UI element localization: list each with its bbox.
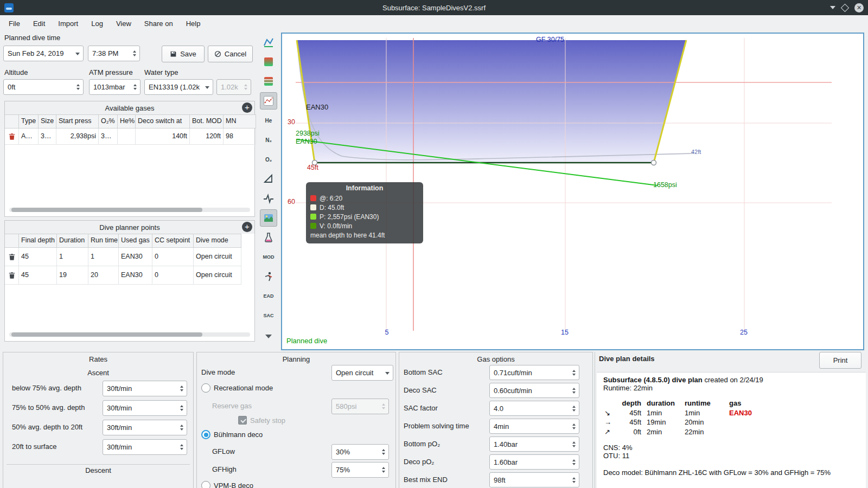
gfhigh-spinner[interactable]: 75% <box>331 462 389 478</box>
sac-icon[interactable]: SAC <box>260 307 277 324</box>
col-he[interactable]: He% <box>118 114 136 129</box>
mod-icon[interactable]: MOD <box>260 248 277 266</box>
toolbar-more-icon[interactable] <box>260 328 277 345</box>
col-bot-mod[interactable]: Bot. MOD <box>190 114 224 129</box>
spinner-arrows-icon[interactable] <box>569 386 579 395</box>
profile-handle[interactable] <box>652 160 656 165</box>
print-button[interactable]: Print <box>819 352 861 369</box>
best-mix-end-spinner[interactable]: 98ft <box>489 472 579 487</box>
dive-date-select[interactable]: Sun Feb 24, 2019 <box>3 46 84 61</box>
col-cc-setpoint[interactable]: CC setpoint <box>152 234 194 248</box>
pp-he-icon[interactable]: He <box>260 112 277 129</box>
altitude-spinner[interactable]: 0ft <box>3 79 84 95</box>
delete-point-icon[interactable] <box>8 253 16 261</box>
spinner-arrows-icon[interactable] <box>569 458 579 467</box>
points-hscrollbar[interactable] <box>9 332 250 337</box>
menu-help[interactable]: Help <box>180 17 207 30</box>
col-final-depth[interactable]: Final depth <box>19 234 57 248</box>
spinner-arrows-icon[interactable] <box>130 82 140 92</box>
add-gas-button[interactable]: + <box>242 102 252 113</box>
deco-sac-spinner[interactable]: 0.60cuft/min <box>489 383 579 398</box>
col-duration[interactable]: Duration <box>57 234 88 248</box>
deco-po2-spinner[interactable]: 1.60bar <box>489 454 579 470</box>
ead-icon[interactable]: EAD <box>260 287 277 305</box>
save-button[interactable]: Save <box>162 46 205 62</box>
spinner-arrows-icon[interactable] <box>73 82 83 92</box>
pp-o2-icon[interactable]: O₂ <box>260 151 277 168</box>
photos-icon[interactable] <box>260 209 277 227</box>
col-deco-switch[interactable]: Deco switch at <box>136 114 190 129</box>
gas-bot-mod-cell[interactable]: 120ft <box>190 129 224 145</box>
point-gas-cell[interactable]: EAN30 <box>119 266 152 285</box>
sac-factor-spinner[interactable]: 4.0 <box>489 401 579 416</box>
spinner-arrows-icon[interactable] <box>569 440 579 449</box>
rate-spinner[interactable]: 30ft/min <box>103 420 187 435</box>
bottom-sac-spinner[interactable]: 0.71cuft/min <box>489 365 579 380</box>
spinner-arrows-icon[interactable] <box>177 403 187 413</box>
gas-he-cell[interactable] <box>118 129 136 145</box>
gas-type-cell[interactable]: A… <box>19 129 39 145</box>
menu-log[interactable]: Log <box>85 17 110 30</box>
col-run-time[interactable]: Run time <box>88 234 119 248</box>
rate-spinner[interactable]: 30ft/min <box>103 381 187 396</box>
spinner-arrows-icon[interactable] <box>177 442 187 452</box>
spinner-arrows-icon[interactable] <box>569 368 579 377</box>
calculated-ceiling-icon[interactable] <box>260 73 277 90</box>
col-start-press[interactable]: Start press <box>56 114 99 129</box>
menu-edit[interactable]: Edit <box>27 17 52 30</box>
atm-pressure-spinner[interactable]: 1013mbar <box>89 79 141 95</box>
point-setpoint-cell[interactable]: 0 <box>152 266 194 285</box>
gas-deco-switch-cell[interactable]: 140ft <box>136 129 190 145</box>
recreational-radio[interactable] <box>201 383 210 393</box>
pp-n2-icon[interactable]: N₂ <box>260 131 277 149</box>
spinner-arrows-icon[interactable] <box>130 49 139 58</box>
gas-size-cell[interactable]: 3… <box>39 129 56 145</box>
close-window-icon[interactable]: ✕ <box>854 3 864 12</box>
performance-icon[interactable] <box>260 268 277 285</box>
shade-window-icon[interactable] <box>830 6 835 12</box>
spinner-arrows-icon[interactable] <box>379 447 388 457</box>
dive-profile-panel[interactable]: GF 30/75 EAN30 2938psi EAN30 45ft 42ft 1… <box>281 33 864 350</box>
point-depth-cell[interactable]: 45 <box>19 248 57 266</box>
menu-import[interactable]: Import <box>52 17 85 30</box>
menu-view[interactable]: View <box>110 17 138 30</box>
buhlmann-radio[interactable] <box>201 430 210 439</box>
menu-file[interactable]: File <box>2 17 27 30</box>
delete-gas-icon[interactable] <box>8 133 16 140</box>
col-used-gas[interactable]: Used gas <box>119 234 152 248</box>
spinner-arrows-icon[interactable] <box>569 404 579 413</box>
heart-rate-icon[interactable] <box>260 190 277 207</box>
tissue-ceiling-icon[interactable] <box>260 92 277 110</box>
panel-splitter[interactable] <box>595 352 595 488</box>
add-point-button[interactable]: + <box>242 222 252 232</box>
point-row[interactable]: 45 19 20 EAN30 0 Open circuit <box>5 266 254 285</box>
gas-o2-cell[interactable]: 3… <box>99 129 118 145</box>
point-row[interactable]: 45 1 1 EAN30 0 Open circuit <box>5 248 254 266</box>
profile-toggle-icon[interactable] <box>260 34 277 51</box>
menu-share-on[interactable]: Share on <box>138 17 180 30</box>
gas-density-icon[interactable] <box>260 229 277 246</box>
spinner-arrows-icon[interactable] <box>177 423 187 432</box>
gflow-spinner[interactable]: 30% <box>331 444 389 460</box>
dive-mode-select[interactable]: Open circuit <box>331 365 393 381</box>
point-mode-cell[interactable]: Open circuit <box>194 266 241 285</box>
spinner-arrows-icon[interactable] <box>569 476 579 485</box>
ruler-icon[interactable] <box>260 170 277 188</box>
bottom-po2-spinner[interactable]: 1.40bar <box>489 436 579 452</box>
spinner-arrows-icon[interactable] <box>177 384 187 393</box>
point-duration-cell[interactable]: 1 <box>57 248 88 266</box>
rate-spinner[interactable]: 30ft/min <box>103 400 187 416</box>
point-gas-cell[interactable]: EAN30 <box>119 248 152 266</box>
titlebar[interactable]: Subsurface: SampleDivesV2.ssrf ✕ <box>0 0 868 15</box>
gases-hscrollbar[interactable] <box>9 208 250 212</box>
point-runtime-cell[interactable]: 20 <box>88 266 119 285</box>
col-o2[interactable]: O₂% <box>99 114 118 129</box>
dive-time-spinner[interactable]: 7:38 PM <box>88 46 140 61</box>
delete-point-icon[interactable] <box>8 272 16 279</box>
col-size[interactable]: Size <box>39 114 56 129</box>
point-mode-cell[interactable]: Open circuit <box>194 248 241 266</box>
spinner-arrows-icon[interactable] <box>569 422 579 431</box>
col-dive-mode[interactable]: Dive mode <box>194 234 241 248</box>
water-type-select[interactable]: EN13319 (1.02k <box>144 79 213 95</box>
vpmb-radio[interactable] <box>201 481 210 488</box>
